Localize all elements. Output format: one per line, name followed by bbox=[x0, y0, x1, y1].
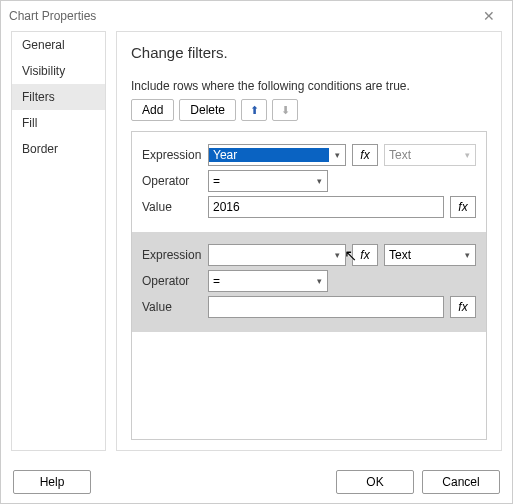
sidebar-item-border[interactable]: Border bbox=[12, 136, 105, 162]
sidebar-item-label: Border bbox=[22, 142, 58, 156]
operator-combo[interactable]: = ▾ bbox=[208, 270, 328, 292]
expression-label: Expression bbox=[142, 148, 202, 162]
ok-button[interactable]: OK bbox=[336, 470, 414, 494]
operator-label: Operator bbox=[142, 274, 202, 288]
arrow-up-icon: ⬆ bbox=[250, 104, 259, 117]
help-button[interactable]: Help bbox=[13, 470, 91, 494]
sidebar-item-general[interactable]: General bbox=[12, 32, 105, 58]
expression-combo[interactable]: ▾ bbox=[208, 244, 346, 266]
sidebar-item-label: Filters bbox=[22, 90, 55, 104]
dialog-body: General Visibility Filters Fill Border C… bbox=[1, 31, 512, 461]
add-button[interactable]: Add bbox=[131, 99, 174, 121]
chevron-down-icon: ▾ bbox=[459, 250, 475, 260]
move-down-button[interactable]: ⬇ bbox=[272, 99, 298, 121]
chevron-down-icon: ▾ bbox=[329, 150, 345, 160]
instruction-text: Include rows where the following conditi… bbox=[131, 79, 487, 93]
fx-button[interactable]: fx bbox=[450, 296, 476, 318]
type-value: Text bbox=[385, 248, 459, 262]
sidebar: General Visibility Filters Fill Border bbox=[11, 31, 106, 451]
value-label: Value bbox=[142, 300, 202, 314]
delete-button[interactable]: Delete bbox=[179, 99, 236, 121]
close-icon[interactable]: ✕ bbox=[474, 8, 504, 24]
operator-label: Operator bbox=[142, 174, 202, 188]
chevron-down-icon: ▾ bbox=[459, 150, 475, 160]
type-combo[interactable]: Text ▾ bbox=[384, 144, 476, 166]
value-input[interactable] bbox=[208, 296, 444, 318]
value-label: Value bbox=[142, 200, 202, 214]
window-title: Chart Properties bbox=[9, 9, 474, 23]
sidebar-item-filters[interactable]: Filters bbox=[12, 84, 105, 110]
cancel-button[interactable]: Cancel bbox=[422, 470, 500, 494]
operator-combo[interactable]: = ▾ bbox=[208, 170, 328, 192]
chevron-down-icon: ▾ bbox=[311, 276, 327, 286]
filter-row: Expression ▾ fx Text ▾ Operator bbox=[132, 232, 486, 332]
sidebar-item-fill[interactable]: Fill bbox=[12, 110, 105, 136]
dialog-footer: Help OK Cancel bbox=[1, 461, 512, 503]
page-title: Change filters. bbox=[131, 44, 487, 61]
expression-value: Year bbox=[209, 148, 329, 162]
arrow-down-icon: ⬇ bbox=[281, 104, 290, 117]
chart-properties-dialog: Chart Properties ✕ General Visibility Fi… bbox=[0, 0, 513, 504]
operator-value: = bbox=[209, 274, 311, 288]
chevron-down-icon: ▾ bbox=[329, 250, 345, 260]
expression-label: Expression bbox=[142, 248, 202, 262]
sidebar-item-visibility[interactable]: Visibility bbox=[12, 58, 105, 84]
titlebar: Chart Properties ✕ bbox=[1, 1, 512, 31]
chevron-down-icon: ▾ bbox=[311, 176, 327, 186]
operator-value: = bbox=[209, 174, 311, 188]
move-up-button[interactable]: ⬆ bbox=[241, 99, 267, 121]
fx-button[interactable]: fx bbox=[352, 144, 378, 166]
value-input[interactable]: 2016 bbox=[208, 196, 444, 218]
sidebar-item-label: Visibility bbox=[22, 64, 65, 78]
filter-row: Expression Year ▾ fx Text ▾ Operator bbox=[132, 132, 486, 232]
expression-combo[interactable]: Year ▾ bbox=[208, 144, 346, 166]
sidebar-item-label: Fill bbox=[22, 116, 37, 130]
main-panel: Change filters. Include rows where the f… bbox=[116, 31, 502, 451]
fx-button[interactable]: fx bbox=[352, 244, 378, 266]
type-combo[interactable]: Text ▾ bbox=[384, 244, 476, 266]
sidebar-item-label: General bbox=[22, 38, 65, 52]
type-value: Text bbox=[385, 148, 459, 162]
fx-button[interactable]: fx bbox=[450, 196, 476, 218]
filter-toolbar: Add Delete ⬆ ⬇ bbox=[131, 99, 487, 121]
filters-list: Expression Year ▾ fx Text ▾ Operator bbox=[131, 131, 487, 440]
